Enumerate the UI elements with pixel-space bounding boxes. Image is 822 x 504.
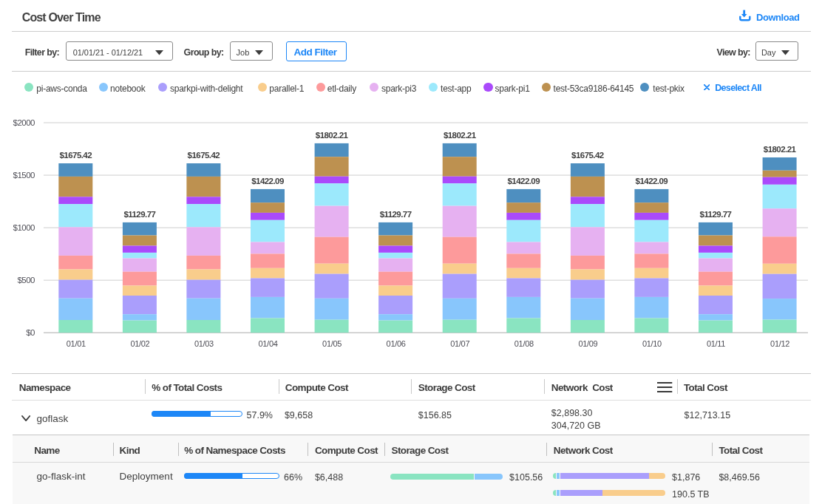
- svg-text:01/03: 01/03: [194, 339, 214, 348]
- svg-text:01/05: 01/05: [322, 339, 342, 348]
- svg-text:01/11: 01/11: [707, 339, 725, 348]
- svg-text:$1802.21: $1802.21: [316, 131, 349, 140]
- svg-text:$1500: $1500: [13, 171, 35, 180]
- svg-text:01/12: 01/12: [770, 339, 789, 348]
- svg-text:$1802.21: $1802.21: [764, 145, 797, 154]
- svg-text:$1675.42: $1675.42: [60, 151, 92, 160]
- svg-text:01/06: 01/06: [387, 339, 406, 348]
- svg-text:$1129.77: $1129.77: [380, 210, 412, 219]
- svg-text:01/02: 01/02: [130, 339, 149, 348]
- svg-text:01/08: 01/08: [514, 339, 534, 348]
- svg-text:$1422.09: $1422.09: [636, 177, 668, 185]
- svg-text:$1802.21: $1802.21: [444, 131, 477, 140]
- svg-text:$1422.09: $1422.09: [251, 177, 284, 185]
- svg-text:$0: $0: [26, 328, 35, 337]
- svg-text:$1000: $1000: [13, 223, 35, 232]
- svg-text:$2000: $2000: [13, 118, 35, 127]
- svg-text:01/10: 01/10: [642, 339, 662, 348]
- svg-text:$1675.42: $1675.42: [571, 151, 604, 160]
- svg-text:$1675.42: $1675.42: [188, 151, 220, 160]
- svg-text:$1129.77: $1129.77: [700, 210, 732, 219]
- svg-text:01/01: 01/01: [67, 339, 86, 348]
- svg-text:01/04: 01/04: [258, 339, 277, 348]
- svg-text:$1422.09: $1422.09: [508, 177, 540, 185]
- svg-text:$1129.77: $1129.77: [123, 210, 155, 219]
- svg-text:01/07: 01/07: [450, 339, 469, 348]
- svg-text:$500: $500: [17, 276, 35, 285]
- svg-text:01/09: 01/09: [578, 339, 597, 348]
